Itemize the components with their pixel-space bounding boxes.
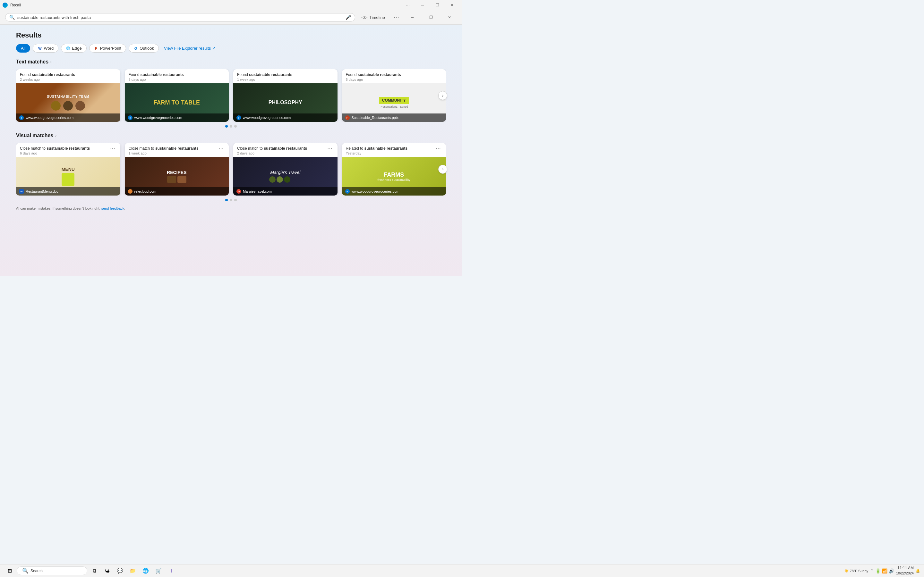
card-title-3: Found sustainable restaurants bbox=[237, 73, 292, 77]
card-footer-icon-4: P bbox=[345, 115, 350, 120]
card-footer-icon-3: e bbox=[236, 115, 241, 120]
text-match-card-1[interactable]: Found sustainable restaurants 2 weeks ag… bbox=[16, 69, 120, 122]
text-matches-expand[interactable]: › bbox=[50, 60, 52, 64]
visual-matches-pagination bbox=[16, 199, 446, 201]
text-matches-pagination bbox=[16, 125, 446, 127]
card-footer-icon-1: e bbox=[19, 115, 24, 120]
ai-disclaimer: AI can make mistakes. If something doesn… bbox=[16, 206, 446, 210]
vcard-info-1: Close match to sustainable restaurants 6… bbox=[20, 146, 90, 155]
vcard-title-3: Close match to sustainable restaurants bbox=[237, 146, 307, 151]
card-info-1: Found sustainable restaurants 2 weeks ag… bbox=[20, 73, 75, 81]
vcard-footer-icon-3: m bbox=[236, 189, 241, 193]
text-matches-grid: Found sustainable restaurants 2 weeks ag… bbox=[16, 69, 446, 122]
card-footer-text-4: Sustainable_Restaurants.pptx bbox=[352, 116, 399, 119]
tab-edge[interactable]: 🌐 Edge bbox=[61, 44, 86, 53]
card-more-1[interactable]: ⋯ bbox=[109, 73, 116, 77]
word-icon: W bbox=[37, 46, 42, 51]
visual-match-card-3[interactable]: Close match to sustainable restaurants 2… bbox=[233, 143, 338, 195]
page-title: Results bbox=[16, 31, 446, 39]
vpagination-dot-1[interactable] bbox=[225, 199, 228, 201]
visual-matches-expand[interactable]: › bbox=[55, 133, 57, 138]
pagination-dot-1[interactable] bbox=[225, 125, 228, 127]
tab-powerpoint[interactable]: P PowerPoint bbox=[89, 44, 126, 53]
titlebar-minimize-2[interactable]: ─ bbox=[405, 12, 420, 23]
vcard-more-4[interactable]: ⋯ bbox=[435, 146, 442, 151]
text-match-card-4[interactable]: Found sustainable restaurants 5 days ago… bbox=[342, 69, 446, 122]
card-info-2: Found sustainable restaurants 3 days ago bbox=[129, 73, 184, 81]
vcard-title-4: Related to sustainable restaurants bbox=[346, 146, 408, 151]
tab-all-label: All bbox=[21, 46, 25, 51]
pagination-dot-2[interactable] bbox=[230, 125, 232, 127]
vpagination-dot-3[interactable] bbox=[234, 199, 237, 201]
visual-matches-header: Visual matches › bbox=[16, 133, 446, 139]
more-options-button[interactable]: ⋯ bbox=[391, 13, 401, 21]
vcard-more-2[interactable]: ⋯ bbox=[217, 146, 225, 151]
card-time-1: 2 weeks ago bbox=[20, 77, 75, 81]
text-matches-cards-wrapper: Found sustainable restaurants 2 weeks ag… bbox=[16, 69, 446, 122]
vcard-info-3: Close match to sustainable restaurants 2… bbox=[237, 146, 307, 155]
microphone-icon[interactable]: 🎤 bbox=[346, 15, 351, 20]
vcard-time-3: 2 days ago bbox=[237, 151, 307, 155]
card-more-2[interactable]: ⋯ bbox=[217, 73, 225, 77]
vcard-footer-4: e www.woodgrovegroceries.com bbox=[342, 187, 446, 195]
vcard-info-2: Close match to sustainable restaurants 1… bbox=[129, 146, 199, 155]
vcard-time-1: 6 days ago bbox=[20, 151, 90, 155]
titlebar-close-2[interactable]: ✕ bbox=[442, 12, 457, 23]
vcard-header-2: Close match to sustainable restaurants 1… bbox=[125, 143, 229, 157]
card-header-4: Found sustainable restaurants 5 days ago… bbox=[342, 69, 446, 83]
visual-match-card-2[interactable]: Close match to sustainable restaurants 1… bbox=[125, 143, 229, 195]
search-box[interactable]: 🔍 🎤 bbox=[5, 13, 355, 21]
text-matches-header: Text matches › bbox=[16, 59, 446, 65]
vcard-header-3: Close match to sustainable restaurants 2… bbox=[233, 143, 338, 157]
tab-edge-label: Edge bbox=[72, 46, 81, 51]
card-info-3: Found sustainable restaurants 1 week ago bbox=[237, 73, 292, 81]
visual-matches-next-arrow[interactable]: › bbox=[438, 165, 447, 174]
search-icon: 🔍 bbox=[9, 15, 15, 20]
card-more-4[interactable]: ⋯ bbox=[435, 73, 442, 77]
card-time-3: 1 week ago bbox=[237, 77, 292, 81]
titlebar: Recall ⋯ ─ ❐ ✕ bbox=[0, 0, 462, 10]
card-footer-text-3: www.woodgrovegroceries.com bbox=[243, 116, 291, 119]
main-content: Results All W Word 🌐 Edge P PowerPoint O… bbox=[0, 25, 462, 276]
visual-matches-cards-wrapper: Close match to sustainable restaurants 6… bbox=[16, 143, 446, 195]
vcard-footer-text-4: www.woodgrovegroceries.com bbox=[352, 189, 399, 193]
restore-button[interactable]: ❐ bbox=[430, 0, 445, 10]
pagination-dot-3[interactable] bbox=[234, 125, 237, 127]
vcard-more-3[interactable]: ⋯ bbox=[326, 146, 334, 151]
text-match-card-2[interactable]: Found sustainable restaurants 3 days ago… bbox=[125, 69, 229, 122]
vcard-footer-icon-2: r bbox=[128, 189, 132, 193]
vcard-footer-icon-1: W bbox=[19, 189, 24, 193]
text-matches-next-arrow[interactable]: › bbox=[438, 91, 447, 100]
tab-outlook[interactable]: O Outlook bbox=[129, 44, 159, 53]
vpagination-dot-2[interactable] bbox=[230, 199, 232, 201]
send-feedback-link[interactable]: send feedback bbox=[102, 206, 124, 210]
card-title-4: Found sustainable restaurants bbox=[346, 73, 401, 77]
card-title-2: Found sustainable restaurants bbox=[129, 73, 184, 77]
ppt-icon: P bbox=[94, 46, 99, 51]
card-footer-4: P Sustainable_Restaurants.pptx bbox=[342, 113, 446, 122]
card-footer-2: e www.woodgrovegroceries.com bbox=[125, 113, 229, 122]
vcard-time-2: 1 week ago bbox=[129, 151, 199, 155]
titlebar-restore-2[interactable]: ❐ bbox=[423, 12, 438, 23]
vcard-more-1[interactable]: ⋯ bbox=[109, 146, 116, 151]
text-matches-title: Text matches bbox=[16, 59, 48, 65]
card-header-3: Found sustainable restaurants 1 week ago… bbox=[233, 69, 338, 83]
tab-ppt-label: PowerPoint bbox=[100, 46, 121, 51]
vcard-header-4: Related to sustainable restaurants Yeste… bbox=[342, 143, 446, 157]
card-footer-text-2: www.woodgrovegroceries.com bbox=[134, 116, 182, 119]
more-button[interactable]: ⋯ bbox=[401, 0, 415, 10]
minimize-button[interactable]: ─ bbox=[415, 0, 430, 10]
tab-word[interactable]: W Word bbox=[33, 44, 58, 53]
search-input[interactable] bbox=[17, 15, 343, 20]
vcard-footer-3: m Margiestravel.com bbox=[233, 187, 338, 195]
timeline-button[interactable]: </> Timeline bbox=[359, 14, 388, 21]
titlebar-left: Recall bbox=[3, 3, 21, 8]
close-button[interactable]: ✕ bbox=[445, 0, 459, 10]
card-more-3[interactable]: ⋯ bbox=[326, 73, 334, 77]
visual-match-card-4[interactable]: Related to sustainable restaurants Yeste… bbox=[342, 143, 446, 195]
tab-word-label: Word bbox=[44, 46, 53, 51]
tab-all[interactable]: All bbox=[16, 44, 30, 53]
text-match-card-3[interactable]: Found sustainable restaurants 1 week ago… bbox=[233, 69, 338, 122]
visual-match-card-1[interactable]: Close match to sustainable restaurants 6… bbox=[16, 143, 120, 195]
view-file-explorer-link[interactable]: View File Explorer results ↗ bbox=[164, 46, 216, 51]
